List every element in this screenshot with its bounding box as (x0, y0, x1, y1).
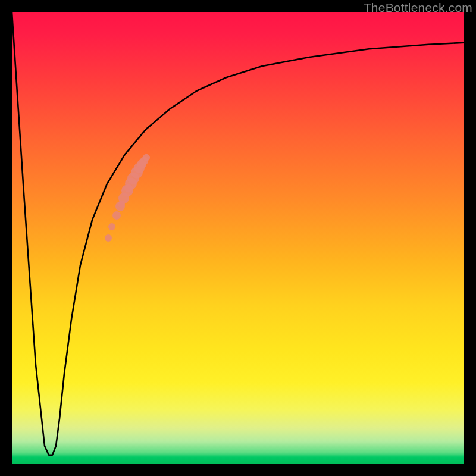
attribution-label: TheBottleneck.com (364, 1, 472, 15)
scatter-point (112, 211, 121, 220)
bottleneck-curve (12, 12, 464, 455)
scatter-point (118, 201, 125, 208)
scatter-point (108, 223, 115, 230)
scatter-point (105, 234, 112, 242)
chart-svg (12, 12, 464, 464)
scatter-point (143, 154, 150, 161)
scatter-points (105, 154, 150, 242)
chart-container: TheBottleneck.com (0, 0, 476, 476)
scatter-point (124, 184, 133, 192)
